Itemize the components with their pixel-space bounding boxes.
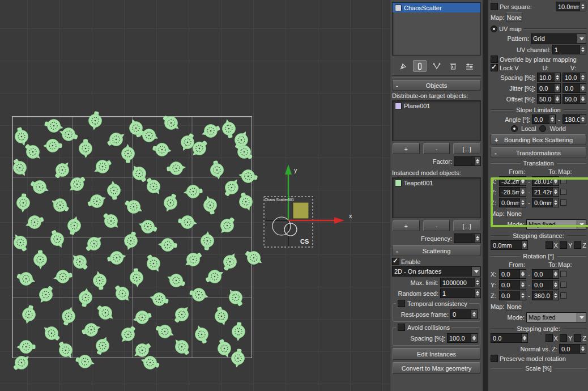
rotation-y-from-field[interactable]: 0.0 (499, 280, 526, 290)
rollout-bounding-box-scattering[interactable]: + Bounding Box Scattering (491, 134, 586, 145)
stepping-angle-z-checkbox[interactable] (574, 334, 581, 342)
uv-spacing-u-field[interactable]: 10.0 (537, 73, 561, 82)
edit-instances-button[interactable]: Edit Instances (393, 348, 480, 360)
spinner[interactable] (580, 73, 586, 82)
modifier-stack-item-chaosscatter[interactable]: ChaosScatter (393, 3, 480, 12)
spinner[interactable] (580, 95, 586, 103)
pin-stack-icon[interactable] (397, 60, 410, 72)
rotation-y-to-field[interactable]: 0.0 (532, 280, 559, 290)
stepping-distance-z-checkbox[interactable] (574, 241, 581, 249)
rotation-x-from-field[interactable]: 0.0 (499, 269, 526, 279)
rest-pose-spinner[interactable] (471, 310, 477, 318)
translation-z-map-slot[interactable] (560, 199, 566, 206)
translation-x-to-field[interactable]: 28.014 (532, 176, 559, 186)
list-item-plane001[interactable]: Plane001 (393, 101, 480, 110)
translation-z-to-field[interactable]: 0.0mm (532, 198, 559, 207)
instanced-add-button[interactable]: + (393, 220, 420, 231)
make-unique-icon[interactable] (430, 60, 444, 72)
translation-z-from-field[interactable]: 0.0mm (499, 198, 526, 207)
random-seed-spinner[interactable] (474, 289, 480, 298)
temporal-consistency-checkbox[interactable] (398, 300, 405, 307)
spinner[interactable] (552, 270, 559, 278)
slope-angle-from-field[interactable]: 0.0 (532, 114, 556, 124)
rollout-scattering[interactable]: - Scattering (392, 245, 481, 256)
normal-vs-z-field[interactable]: 0.0 (559, 344, 586, 354)
stepping-angle-field[interactable]: 0.0 (491, 333, 528, 343)
translation-x-from-field[interactable]: -32.2m (499, 176, 526, 186)
stepping-distance-x-checkbox[interactable] (546, 241, 553, 249)
convert-to-max-geometry-button[interactable]: Convert to Max geometry (393, 362, 480, 374)
avoid-collisions-checkbox[interactable] (398, 324, 405, 331)
spinner[interactable] (552, 198, 559, 207)
scatter-gizmo[interactable]: y x Chaos Scatter001 CS (249, 154, 371, 253)
preserve-model-rotation-checkbox[interactable] (491, 355, 498, 362)
translation-y-to-field[interactable]: 21.42m (532, 187, 559, 197)
rotation-z-to-field[interactable]: 360.0 (532, 291, 559, 300)
translation-y-from-field[interactable]: -28.5m (499, 187, 526, 197)
factor-spinner[interactable] (474, 157, 480, 165)
rollout-transformations[interactable]: - Transformations (491, 147, 586, 158)
uv-channel-spinner[interactable] (580, 45, 586, 54)
spinner[interactable] (554, 84, 560, 92)
stepping-angle-x-checkbox[interactable] (546, 334, 553, 342)
spinner[interactable] (552, 280, 559, 289)
random-seed-field[interactable]: 1 (440, 288, 481, 298)
distribute-pick-button[interactable]: [...] (453, 143, 480, 154)
translation-x-map-slot[interactable] (560, 178, 566, 184)
translation-y-map-slot[interactable] (560, 189, 566, 195)
uv-offset-v-field[interactable]: 50.0 (563, 94, 586, 104)
local-radio[interactable] (511, 125, 518, 132)
rotation-x-map-slot[interactable] (560, 271, 566, 277)
spinner[interactable] (580, 345, 586, 353)
spinner[interactable] (521, 334, 527, 342)
stepping-distance-field[interactable]: 0.0mm (491, 240, 528, 250)
rotation-z-from-field[interactable]: 0.0 (499, 291, 526, 300)
stepping-distance-y-checkbox[interactable] (560, 241, 567, 249)
distribute-add-button[interactable]: + (393, 143, 420, 154)
pattern-dropdown[interactable]: Grid (531, 33, 586, 44)
frequency-spinner[interactable] (474, 234, 480, 243)
uv-offset-u-field[interactable]: 50.0 (537, 94, 561, 104)
stepping-angle-y-checkbox[interactable] (560, 334, 567, 342)
instanced-remove-button[interactable]: - (423, 220, 450, 231)
collision-spacing-spinner[interactable] (471, 334, 477, 342)
viewport[interactable]: y x Chaos Scatter001 CS (0, 0, 389, 391)
modifier-stack-list[interactable]: ChaosScatter (392, 2, 481, 56)
configure-modifier-sets-icon[interactable] (463, 60, 476, 72)
lock-v-checkbox[interactable] (491, 64, 498, 71)
instanced-pick-button[interactable]: [...] (453, 220, 480, 231)
scatter-mode-dropdown[interactable]: 2D - On surfaces (392, 266, 481, 277)
spinner[interactable] (580, 115, 586, 124)
frequency-field[interactable] (454, 233, 481, 243)
factor-field[interactable] (454, 156, 481, 166)
uv-jitter-u-field[interactable]: 0.0 (537, 83, 561, 93)
spinner[interactable] (521, 241, 527, 249)
rotation-y-map-slot[interactable] (560, 282, 566, 288)
rotation-z-map-slot[interactable] (560, 292, 566, 299)
distribute-remove-button[interactable]: - (423, 143, 450, 154)
spinner[interactable] (552, 177, 559, 185)
rest-pose-field[interactable]: 0 (450, 309, 478, 319)
rotation-map-button[interactable]: None (506, 301, 522, 311)
list-item-teapot001[interactable]: Teapot001 (393, 178, 480, 188)
uv-spacing-v-field[interactable]: 10.0 (563, 73, 586, 82)
rollout-objects[interactable]: - Objects (392, 80, 481, 91)
spinner[interactable] (554, 73, 560, 82)
spinner[interactable] (519, 177, 526, 185)
collision-spacing-field[interactable]: 100.0 (447, 333, 478, 343)
distribute-objects-list[interactable]: Plane001 (392, 100, 481, 141)
max-limit-field[interactable]: 1000000 (440, 278, 481, 287)
spinner[interactable] (549, 115, 555, 124)
show-end-result-icon[interactable] (413, 60, 427, 72)
spinner[interactable] (519, 198, 526, 207)
rotation-x-to-field[interactable]: 0.0 (532, 269, 559, 279)
spinner[interactable] (519, 270, 526, 278)
spinner[interactable] (552, 188, 559, 196)
spinner[interactable] (519, 188, 526, 196)
spinner[interactable] (580, 84, 586, 92)
density-map-button[interactable]: None (506, 12, 522, 22)
per-square-field[interactable]: 10.0mm (556, 2, 586, 11)
override-planar-checkbox[interactable] (491, 56, 498, 63)
spinner[interactable] (519, 291, 526, 300)
slope-angle-to-field[interactable]: 180.0 (563, 114, 586, 124)
